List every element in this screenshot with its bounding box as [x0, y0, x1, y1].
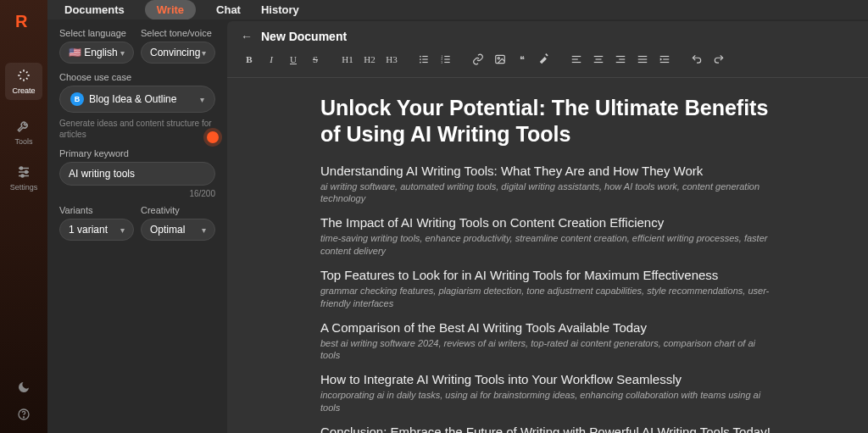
svg-rect-31 [660, 56, 670, 57]
lang-select[interactable]: 🇺🇸 English ▾ [59, 42, 134, 64]
nav-create[interactable]: Create [5, 63, 42, 100]
svg-point-5 [420, 56, 421, 58]
tab-history[interactable]: History [261, 3, 299, 16]
h1-button[interactable]: H1 [337, 50, 358, 69]
usecase-value: Blog Idea & Outline [89, 93, 176, 105]
keyword-counter: 16/200 [59, 189, 215, 198]
svg-rect-10 [422, 62, 427, 63]
svg-rect-21 [572, 62, 581, 63]
tab-write[interactable]: Write [145, 0, 196, 19]
svg-point-1 [25, 171, 28, 174]
tone-value: Convincing [150, 47, 200, 58]
nav-settings[interactable]: Settings [10, 164, 38, 192]
section-keywords: best ai writing software 2024, reviews o… [320, 337, 775, 363]
bullet-list-button[interactable] [414, 50, 434, 69]
numbered-list-button[interactable]: 123 [436, 50, 456, 69]
section-heading: How to Integrate AI Writing Tools into Y… [320, 372, 775, 386]
align-justify-button[interactable] [632, 50, 653, 69]
svg-rect-30 [638, 62, 648, 63]
quote-button[interactable]: ❝ [512, 50, 532, 69]
svg-rect-6 [422, 56, 427, 57]
usecase-icon: B [70, 92, 84, 106]
document-content[interactable]: Unlock Your Potential: The Ultimate Bene… [227, 78, 868, 433]
doc-title: New Document [261, 30, 347, 43]
highlight-button[interactable] [534, 50, 554, 69]
svg-rect-16 [444, 62, 449, 63]
svg-rect-32 [663, 58, 669, 59]
wrench-icon [16, 119, 31, 134]
tone-label: Select tone/voice [141, 28, 215, 38]
chevron-down-icon: ▾ [120, 48, 125, 58]
svg-point-18 [498, 58, 499, 59]
topbar: Documents Write Chat History [47, 0, 868, 19]
italic-button[interactable]: I [261, 50, 281, 69]
align-left-button[interactable] [566, 50, 587, 69]
help-icon[interactable] [17, 408, 31, 425]
creativity-label: Creativity [141, 205, 215, 215]
bold-button[interactable]: B [239, 50, 259, 69]
link-button[interactable] [468, 50, 488, 69]
logo: R [15, 12, 32, 29]
svg-rect-20 [572, 58, 578, 59]
main: Documents Write Chat History Select lang… [47, 0, 868, 433]
editor: ← New Document B I U S H1 H2 H3 123 ❝ [227, 21, 868, 433]
svg-rect-28 [638, 56, 648, 57]
svg-rect-8 [422, 58, 427, 59]
nav-tools[interactable]: Tools [14, 119, 32, 146]
svg-rect-33 [660, 62, 670, 63]
svg-rect-27 [616, 62, 626, 63]
format-toolbar: B I U S H1 H2 H3 123 ❝ [227, 47, 868, 78]
workspace: Select language 🇺🇸 English ▾ Select tone… [47, 19, 868, 433]
keyword-input[interactable] [59, 162, 215, 186]
align-right-button[interactable] [610, 50, 631, 69]
svg-rect-22 [594, 56, 604, 57]
chevron-down-icon: ▾ [120, 225, 125, 235]
align-center-button[interactable] [588, 50, 609, 69]
config-panel: Select language 🇺🇸 English ▾ Select tone… [47, 19, 227, 433]
usecase-select[interactable]: B Blog Idea & Outline ▾ [59, 86, 215, 113]
h2-button[interactable]: H2 [359, 50, 380, 69]
section-heading: The Impact of AI Writing Tools on Conten… [320, 215, 775, 230]
svg-rect-24 [594, 62, 604, 63]
variants-value: 1 variant [69, 224, 108, 236]
svg-rect-19 [572, 56, 581, 57]
theme-icon[interactable] [17, 380, 31, 397]
sparkle-icon [16, 68, 31, 83]
nav-create-label: Create [12, 86, 35, 95]
strike-button[interactable]: S [305, 50, 326, 69]
creativity-value: Optimal [150, 224, 185, 236]
nav-settings-label: Settings [10, 183, 38, 192]
variants-select[interactable]: 1 variant ▾ [59, 219, 134, 241]
undo-button[interactable] [687, 50, 707, 69]
redo-button[interactable] [709, 50, 729, 69]
back-button[interactable]: ← [241, 30, 253, 43]
section-keywords: time-saving writing tools, enhance produ… [320, 232, 775, 258]
section-keywords: incorporating ai in daily tasks, using a… [320, 389, 775, 414]
chevron-down-icon: ▾ [200, 95, 204, 104]
svg-point-4 [23, 417, 24, 418]
creativity-select[interactable]: Optimal ▾ [141, 219, 215, 241]
lang-label: Select language [59, 28, 134, 38]
usecase-label: Choose use case [59, 72, 215, 82]
chevron-down-icon: ▾ [202, 48, 206, 58]
tab-documents[interactable]: Documents [64, 3, 125, 16]
tab-chat[interactable]: Chat [216, 3, 241, 16]
svg-text:3: 3 [441, 60, 442, 64]
section-keywords: ai writing software, automated writing t… [320, 180, 775, 206]
h3-button[interactable]: H3 [381, 50, 402, 69]
tone-select[interactable]: Convincing ▾ [141, 42, 215, 64]
indent-button[interactable] [654, 50, 675, 69]
left-nav: R Create Tools Settings [0, 0, 47, 433]
svg-point-0 [20, 167, 23, 169]
lang-value: 🇺🇸 English [69, 47, 118, 58]
doc-heading: Unlock Your Potential: The Ultimate Bene… [320, 95, 775, 148]
image-button[interactable] [490, 50, 510, 69]
attention-pulse-icon [207, 131, 219, 143]
svg-point-2 [21, 175, 24, 177]
section-heading: Conclusion: Embrace the Future of Writin… [320, 425, 775, 433]
section-keywords: grammar checking features, plagiarism de… [320, 285, 775, 310]
section-heading: A Comparison of the Best AI Writing Tool… [320, 320, 775, 335]
svg-rect-26 [619, 58, 625, 59]
svg-rect-14 [444, 58, 449, 59]
underline-button[interactable]: U [283, 50, 303, 69]
